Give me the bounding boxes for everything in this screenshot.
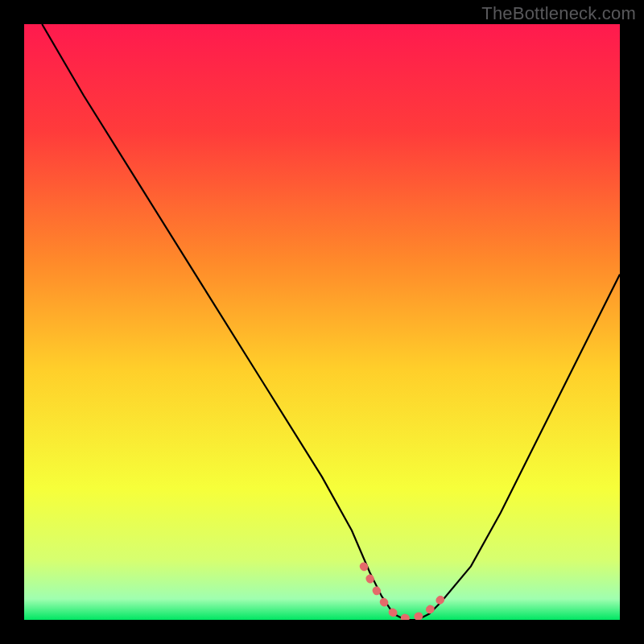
- attribution-label: TheBottleneck.com: [481, 3, 636, 24]
- bottleneck-chart: [24, 24, 620, 620]
- chart-frame: TheBottleneck.com: [0, 0, 644, 644]
- gradient-background: [24, 24, 620, 620]
